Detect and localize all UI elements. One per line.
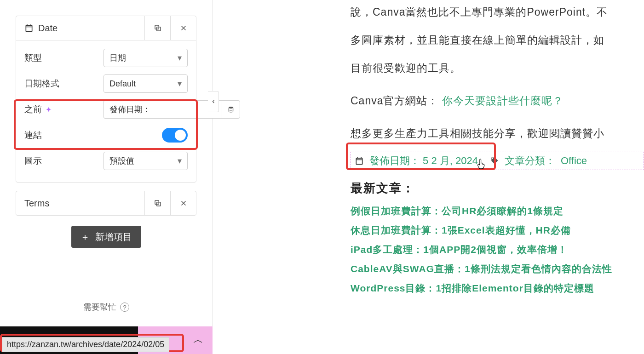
post-category-meta[interactable]: 文章分類： Office [490,154,587,168]
icon-select[interactable]: 預設值 ▾ [104,152,188,170]
terms-widget-header[interactable]: Terms [16,192,144,215]
post-date-meta[interactable]: 發佈日期： 5 2 月, 2024 [355,154,478,168]
calendar-icon [24,23,34,33]
duplicate-button[interactable] [144,16,170,40]
latest-articles-heading: 最新文章： [351,180,644,196]
official-site-link[interactable]: 你今天要設計些什麼呢？ [442,95,564,107]
official-site-prefix: Canva官方網站： [351,95,438,107]
format-select-value: Default [109,79,136,89]
post-meta-row[interactable]: 發佈日期： 5 2 月, 2024 文章分類： Office [351,152,644,170]
caret-down-icon: ▾ [178,156,182,166]
link-toggle[interactable] [162,128,188,143]
article-link[interactable]: 例假日加班費計算：公司HR必須瞭解的1條規定 [351,205,644,217]
caret-down-icon: ▾ [178,79,182,89]
field-icon-row: 圖示 預設值 ▾ [24,148,188,174]
field-format-label: 日期格式 [24,78,104,90]
remove-button[interactable] [170,16,196,40]
format-select[interactable]: Default ▾ [104,74,188,93]
panel-collapse-handle[interactable] [208,91,219,112]
body-line: 多圖庫素材，並且能直接在線上簡單的編輯設計，如 [351,28,644,52]
post-category-label: 文章分類： [505,154,555,168]
field-before-row: 之前 ✦ [24,97,188,122]
article-link[interactable]: CableAV與SWAG直播：1條刑法規定看色情內容的合法性 [351,263,644,275]
help-label: 需要幫忙 [83,302,116,313]
before-input[interactable] [104,100,222,119]
latest-articles-list: 例假日加班費計算：公司HR必須瞭解的1條規定 休息日加班費計算：1張Excel表… [351,205,644,295]
help-icon: ? [120,303,129,312]
field-type-row: 類型 日期 ▾ [24,45,188,71]
plus-icon: ＋ [80,231,90,243]
field-link-row: 連結 [24,122,188,148]
date-widget: Date 類型 日期 [16,16,196,183]
sparkle-icon: ✦ [46,105,52,114]
article-link[interactable]: iPad多工處理：1個APP開2個視窗，效率倍增！ [351,243,644,256]
calendar-icon [355,156,364,166]
body-line: 目前很受歡迎的工具。 [351,56,644,80]
article-link[interactable]: 休息日加班費計算：1張Excel表超好懂，HR必備 [351,224,644,237]
add-item-label: 新增項目 [95,231,132,243]
field-link-label: 連結 [24,129,104,141]
help-link[interactable]: 需要幫忙 ? [0,302,213,313]
body-line: 說，Canva當然也比不上專門專業的PowerPoint。不 [351,0,644,24]
type-select[interactable]: 日期 ▾ [104,49,188,67]
terms-widget-title: Terms [24,198,49,209]
remove-button[interactable] [170,191,196,215]
tag-icon [490,156,499,166]
field-format-row: 日期格式 Default ▾ [24,71,188,97]
article-link[interactable]: WordPress目錄：1招排除Elementor目錄的特定標題 [351,282,644,295]
icon-select-value: 預設值 [109,155,134,166]
article-body: 說，Canva當然也比不上專門專業的PowerPoint。不 多圖庫素材，並且能… [351,0,644,145]
field-type-label: 類型 [24,52,104,64]
type-select-value: 日期 [109,52,126,63]
date-widget-header[interactable]: Date [16,17,144,40]
field-before-label: 之前 ✦ [24,103,104,115]
duplicate-button[interactable] [144,191,170,215]
status-url-tooltip: https://zanzan.tw/archives/date/2024/02/… [2,337,169,352]
chevron-up-icon: ︿ [193,333,203,347]
caret-down-icon: ▾ [178,53,182,63]
add-item-button[interactable]: ＋ 新增項目 [71,226,141,248]
terms-widget: Terms [16,191,196,216]
more-reading-line: 想多更多生產力工具相關技能分享，歡迎閱讀贊贊小 [351,121,644,146]
date-widget-title: Date [38,23,58,34]
post-date-text: 發佈日期： 5 2 月, 2024 [369,154,478,168]
page-preview: 說，Canva當然也比不上專門專業的PowerPoint。不 多圖庫素材，並且能… [213,0,644,354]
editor-side-panel: Date 類型 日期 [0,0,213,354]
pointer-cursor-icon [477,158,487,170]
post-category-value: Office [561,155,587,167]
field-icon-label: 圖示 [24,155,104,167]
